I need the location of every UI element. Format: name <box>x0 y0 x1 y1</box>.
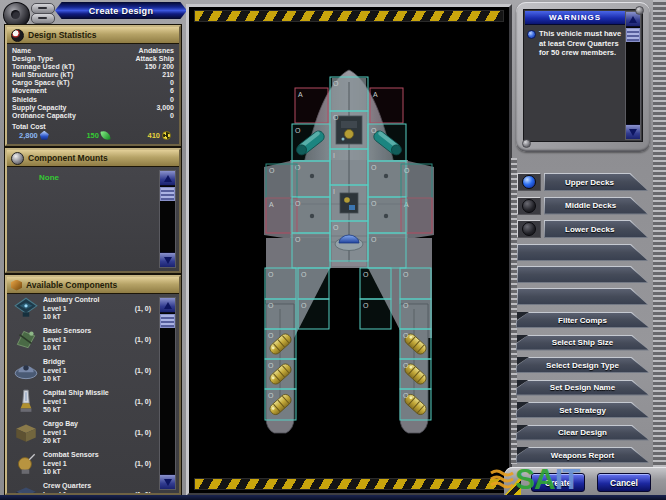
component-name: Combat Sensors <box>43 451 99 460</box>
design-statistics-title: Design Statistics <box>28 30 97 40</box>
available-components-icon <box>11 280 22 291</box>
footer-bar: Create Cancel <box>504 467 666 496</box>
components-scrollbar[interactable] <box>159 297 176 490</box>
basic-sensors-icon <box>13 327 39 351</box>
component-mounts-none: None <box>39 173 59 182</box>
svg-text:O: O <box>403 332 409 339</box>
component-size: 10 kT <box>43 344 91 353</box>
warning-text: This vehicle must have at least Crew Qua… <box>539 29 622 58</box>
cost-value: 2,800 <box>19 131 38 140</box>
component-count: (1, 0) <box>135 491 151 493</box>
stat-value: 0 <box>170 96 174 104</box>
stat-label: Hull Structure (kT) <box>12 71 73 79</box>
action-button-label: Set Design Name <box>550 383 615 392</box>
window-title: Create Design <box>89 6 153 16</box>
component-name: Capital Ship Missile <box>43 389 109 398</box>
component-list-item[interactable]: Capital Ship Missile Level 1 50 kT (1, 0… <box>7 387 157 418</box>
stat-value: 210 <box>162 71 174 79</box>
stat-value: 3,000 <box>156 104 174 112</box>
component-level: Level 1 <box>43 398 109 407</box>
component-size: 10 kT <box>43 313 99 322</box>
component-mounts-panel: Component Mounts None <box>5 148 181 273</box>
svg-text:A: A <box>269 201 274 208</box>
scroll-track[interactable] <box>160 328 175 474</box>
component-level: Level 1 <box>43 305 99 314</box>
action-button[interactable]: Select Design Type <box>516 357 649 373</box>
component-name: Crew Quarters <box>43 482 91 491</box>
component-count: (1, 0) <box>135 336 151 343</box>
warning-bullet-icon <box>527 30 536 39</box>
arrow-down-icon <box>164 479 172 486</box>
component-list-item[interactable]: Cargo Bay Level 1 20 kT (1, 0) <box>7 418 157 449</box>
svg-text:A: A <box>298 91 303 98</box>
deck-button[interactable]: Lower Decks <box>544 220 648 238</box>
stat-row: Cargo Space (kT) 0 <box>12 79 174 87</box>
svg-text:O: O <box>363 271 369 278</box>
component-list-item[interactable]: Crew Quarters Level 1 10 kT (1, 0) <box>7 480 157 493</box>
cost-item: 410 <box>147 131 171 140</box>
stat-label: Design Type <box>12 55 53 63</box>
component-level: Level 1 <box>43 491 91 493</box>
component-list: Auxiliary Control Level 1 10 kT (1, 0) B… <box>7 294 157 493</box>
scroll-up-button[interactable] <box>160 298 175 313</box>
component-list-item[interactable]: Basic Sensors Level 1 10 kT (1, 0) <box>7 325 157 356</box>
deck-radio[interactable] <box>517 173 541 191</box>
action-button[interactable]: Set Design Name <box>516 380 649 396</box>
blank-button[interactable] <box>517 288 648 305</box>
deck-button[interactable]: Upper Decks <box>544 173 648 191</box>
ship-design-canvas[interactable]: OAAOOOIOOIOOAAOOOOOOOOOOOOOOOOOOO <box>189 7 509 493</box>
action-button[interactable]: Weapons Report <box>516 447 649 463</box>
deck-radio[interactable] <box>517 220 541 238</box>
action-button[interactable]: Set Strategy <box>516 402 649 418</box>
scroll-down-button[interactable] <box>160 474 175 489</box>
window-pill-button-2[interactable] <box>31 13 55 24</box>
component-size: 10 kT <box>43 468 99 477</box>
cost-value: 150 <box>86 131 99 140</box>
scroll-thumb[interactable] <box>160 314 175 328</box>
svg-text:O: O <box>268 362 274 369</box>
component-mounts-scrollbar[interactable] <box>159 170 176 268</box>
component-count: (1, 0) <box>135 305 151 312</box>
component-level: Level 1 <box>43 460 99 469</box>
radioactives-icon <box>162 131 171 140</box>
svg-text:O: O <box>404 167 410 174</box>
svg-text:O: O <box>268 332 274 339</box>
scroll-down-button[interactable] <box>626 124 640 139</box>
scroll-thumb[interactable] <box>626 28 640 42</box>
available-components-header: Available Components <box>7 277 179 294</box>
component-list-item[interactable]: Auxiliary Control Level 1 10 kT (1, 0) <box>7 294 157 325</box>
scroll-thumb[interactable] <box>160 187 175 201</box>
stat-label: Name <box>12 47 31 55</box>
svg-text:O: O <box>269 167 275 174</box>
svg-text:O: O <box>295 236 301 243</box>
svg-text:O: O <box>363 302 369 309</box>
stat-value: Andalsnes <box>139 47 174 55</box>
component-list-item[interactable]: Bridge Level 1 10 kT (1, 0) <box>7 356 157 387</box>
component-list-item[interactable]: Combat Sensors Level 1 10 kT (1, 0) <box>7 449 157 480</box>
stat-row: Shields 0 <box>12 96 174 104</box>
scroll-track[interactable] <box>626 42 640 124</box>
scroll-down-button[interactable] <box>160 252 175 267</box>
action-button[interactable]: Select Ship Size <box>516 335 649 351</box>
cancel-button[interactable]: Cancel <box>597 473 651 492</box>
svg-text:O: O <box>301 302 307 309</box>
action-button[interactable]: Clear Design <box>516 425 649 441</box>
arrow-up-icon <box>164 175 172 182</box>
svg-text:A: A <box>373 91 378 98</box>
scroll-track[interactable] <box>160 201 175 252</box>
deck-radio-led <box>522 175 536 189</box>
component-count: (1, 0) <box>135 429 151 436</box>
deck-radio[interactable] <box>517 197 541 215</box>
component-count: (1, 0) <box>135 460 151 467</box>
svg-text:O: O <box>403 271 409 278</box>
component-mounts-title: Component Mounts <box>28 153 108 163</box>
blank-button[interactable] <box>517 266 648 283</box>
create-button[interactable]: Create <box>531 473 585 492</box>
blank-button[interactable] <box>517 244 648 261</box>
action-button[interactable]: Filter Comps <box>516 312 649 328</box>
warnings-scrollbar[interactable] <box>625 11 641 140</box>
ship-design-viewport[interactable]: OAAOOOIOOIOOAAOOOOOOOOOOOOOOOOOOO <box>186 4 512 496</box>
deck-button[interactable]: Middle Decks <box>544 197 648 215</box>
capital-ship-missile-icon <box>13 389 39 413</box>
scroll-up-button[interactable] <box>160 171 175 186</box>
